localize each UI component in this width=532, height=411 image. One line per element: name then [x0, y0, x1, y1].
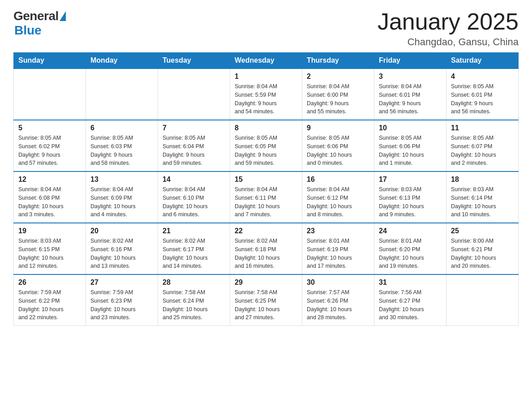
day-number: 23	[307, 227, 369, 235]
calendar-cell: 5Sunrise: 8:05 AM Sunset: 6:02 PM Daylig…	[14, 120, 86, 171]
calendar-cell: 15Sunrise: 8:04 AM Sunset: 6:11 PM Dayli…	[230, 171, 302, 223]
day-number: 15	[235, 176, 297, 184]
calendar-table: SundayMondayTuesdayWednesdayThursdayFrid…	[13, 52, 519, 326]
day-number: 10	[379, 124, 442, 132]
header-thursday: Thursday	[302, 53, 374, 69]
calendar-cell: 17Sunrise: 8:03 AM Sunset: 6:13 PM Dayli…	[374, 171, 446, 223]
day-number: 24	[379, 227, 442, 235]
day-info: Sunrise: 8:04 AM Sunset: 6:10 PM Dayligh…	[163, 185, 225, 219]
header-friday: Friday	[374, 53, 446, 69]
day-number: 19	[18, 227, 81, 235]
calendar-cell: 14Sunrise: 8:04 AM Sunset: 6:10 PM Dayli…	[158, 171, 230, 223]
day-info: Sunrise: 8:03 AM Sunset: 6:13 PM Dayligh…	[379, 185, 442, 219]
day-number: 12	[18, 176, 81, 184]
day-number: 8	[235, 124, 297, 132]
day-number: 3	[379, 73, 442, 81]
calendar-cell	[158, 68, 230, 120]
calendar-week-row: 5Sunrise: 8:05 AM Sunset: 6:02 PM Daylig…	[14, 120, 519, 171]
day-info: Sunrise: 8:04 AM Sunset: 6:01 PM Dayligh…	[379, 82, 442, 116]
header-sunday: Sunday	[14, 53, 86, 69]
calendar-cell: 27Sunrise: 7:59 AM Sunset: 6:23 PM Dayli…	[86, 274, 158, 326]
logo-triangle-icon	[60, 11, 66, 21]
calendar-cell: 10Sunrise: 8:05 AM Sunset: 6:06 PM Dayli…	[374, 120, 446, 171]
day-info: Sunrise: 8:05 AM Sunset: 6:04 PM Dayligh…	[163, 134, 225, 167]
calendar-cell	[86, 68, 158, 120]
calendar-cell: 13Sunrise: 8:04 AM Sunset: 6:09 PM Dayli…	[86, 171, 158, 223]
calendar-cell: 29Sunrise: 7:58 AM Sunset: 6:25 PM Dayli…	[230, 274, 302, 326]
calendar-cell: 18Sunrise: 8:03 AM Sunset: 6:14 PM Dayli…	[446, 171, 519, 223]
calendar-cell: 6Sunrise: 8:05 AM Sunset: 6:03 PM Daylig…	[86, 120, 158, 171]
day-info: Sunrise: 8:04 AM Sunset: 5:59 PM Dayligh…	[235, 82, 297, 116]
calendar-cell	[446, 274, 519, 326]
calendar-cell: 9Sunrise: 8:05 AM Sunset: 6:06 PM Daylig…	[302, 120, 374, 171]
day-info: Sunrise: 8:05 AM Sunset: 6:07 PM Dayligh…	[451, 134, 514, 167]
day-number: 25	[451, 227, 514, 235]
calendar-cell: 24Sunrise: 8:01 AM Sunset: 6:20 PM Dayli…	[374, 223, 446, 274]
day-info: Sunrise: 7:57 AM Sunset: 6:26 PM Dayligh…	[307, 288, 369, 322]
day-number: 30	[307, 278, 369, 287]
title-section: January 2025 Changdao, Gansu, China	[378, 9, 519, 48]
calendar-cell: 7Sunrise: 8:05 AM Sunset: 6:04 PM Daylig…	[158, 120, 230, 171]
calendar-cell: 22Sunrise: 8:02 AM Sunset: 6:18 PM Dayli…	[230, 223, 302, 274]
calendar-cell: 16Sunrise: 8:04 AM Sunset: 6:12 PM Dayli…	[302, 171, 374, 223]
calendar-week-row: 12Sunrise: 8:04 AM Sunset: 6:08 PM Dayli…	[14, 171, 519, 223]
day-info: Sunrise: 8:03 AM Sunset: 6:15 PM Dayligh…	[18, 237, 81, 270]
day-info: Sunrise: 7:58 AM Sunset: 6:24 PM Dayligh…	[163, 288, 225, 322]
day-number: 7	[163, 124, 225, 132]
day-info: Sunrise: 8:05 AM Sunset: 6:06 PM Dayligh…	[379, 134, 442, 167]
calendar-cell: 19Sunrise: 8:03 AM Sunset: 6:15 PM Dayli…	[14, 223, 86, 274]
calendar-week-row: 1Sunrise: 8:04 AM Sunset: 5:59 PM Daylig…	[14, 68, 519, 120]
day-number: 29	[235, 278, 297, 287]
day-info: Sunrise: 7:58 AM Sunset: 6:25 PM Dayligh…	[235, 288, 297, 322]
calendar-cell: 2Sunrise: 8:04 AM Sunset: 6:00 PM Daylig…	[302, 68, 374, 120]
day-info: Sunrise: 8:05 AM Sunset: 6:06 PM Dayligh…	[307, 134, 369, 167]
calendar-cell: 25Sunrise: 8:00 AM Sunset: 6:21 PM Dayli…	[446, 223, 519, 274]
calendar-cell: 1Sunrise: 8:04 AM Sunset: 5:59 PM Daylig…	[230, 68, 302, 120]
day-info: Sunrise: 8:04 AM Sunset: 6:00 PM Dayligh…	[307, 82, 369, 116]
logo-blue-text: Blue	[14, 23, 42, 38]
day-number: 27	[90, 278, 153, 287]
header-saturday: Saturday	[446, 53, 519, 69]
day-info: Sunrise: 8:00 AM Sunset: 6:21 PM Dayligh…	[451, 237, 514, 270]
calendar-subtitle: Changdao, Gansu, China	[378, 36, 519, 48]
day-info: Sunrise: 8:04 AM Sunset: 6:11 PM Dayligh…	[235, 185, 297, 219]
day-info: Sunrise: 8:04 AM Sunset: 6:09 PM Dayligh…	[90, 185, 153, 219]
day-number: 22	[235, 227, 297, 235]
day-number: 18	[451, 176, 514, 184]
day-info: Sunrise: 8:01 AM Sunset: 6:20 PM Dayligh…	[379, 237, 442, 270]
calendar-cell: 8Sunrise: 8:05 AM Sunset: 6:05 PM Daylig…	[230, 120, 302, 171]
day-number: 14	[163, 176, 225, 184]
calendar-cell: 31Sunrise: 7:56 AM Sunset: 6:27 PM Dayli…	[374, 274, 446, 326]
day-number: 26	[18, 278, 81, 287]
header-tuesday: Tuesday	[158, 53, 230, 69]
day-info: Sunrise: 8:01 AM Sunset: 6:19 PM Dayligh…	[307, 237, 369, 270]
day-number: 4	[451, 73, 514, 81]
day-info: Sunrise: 8:04 AM Sunset: 6:12 PM Dayligh…	[307, 185, 369, 219]
day-info: Sunrise: 7:59 AM Sunset: 6:22 PM Dayligh…	[18, 288, 81, 322]
calendar-cell: 11Sunrise: 8:05 AM Sunset: 6:07 PM Dayli…	[446, 120, 519, 171]
calendar-cell: 12Sunrise: 8:04 AM Sunset: 6:08 PM Dayli…	[14, 171, 86, 223]
day-number: 5	[18, 124, 81, 132]
calendar-cell: 28Sunrise: 7:58 AM Sunset: 6:24 PM Dayli…	[158, 274, 230, 326]
calendar-cell: 21Sunrise: 8:02 AM Sunset: 6:17 PM Dayli…	[158, 223, 230, 274]
logo-general-text: General	[13, 9, 59, 23]
calendar-header-row: SundayMondayTuesdayWednesdayThursdayFrid…	[14, 53, 519, 69]
calendar-cell: 3Sunrise: 8:04 AM Sunset: 6:01 PM Daylig…	[374, 68, 446, 120]
calendar-week-row: 19Sunrise: 8:03 AM Sunset: 6:15 PM Dayli…	[14, 223, 519, 274]
day-number: 6	[90, 124, 153, 132]
header-wednesday: Wednesday	[230, 53, 302, 69]
day-info: Sunrise: 8:05 AM Sunset: 6:05 PM Dayligh…	[235, 134, 297, 167]
day-info: Sunrise: 8:04 AM Sunset: 6:08 PM Dayligh…	[18, 185, 81, 219]
logo: General Blue	[13, 9, 66, 38]
day-info: Sunrise: 8:05 AM Sunset: 6:02 PM Dayligh…	[18, 134, 81, 167]
header: General Blue January 2025 Changdao, Gans…	[13, 9, 519, 48]
day-info: Sunrise: 8:02 AM Sunset: 6:18 PM Dayligh…	[235, 237, 297, 270]
day-info: Sunrise: 8:02 AM Sunset: 6:17 PM Dayligh…	[163, 237, 225, 270]
calendar-cell: 26Sunrise: 7:59 AM Sunset: 6:22 PM Dayli…	[14, 274, 86, 326]
header-monday: Monday	[86, 53, 158, 69]
calendar-cell: 30Sunrise: 7:57 AM Sunset: 6:26 PM Dayli…	[302, 274, 374, 326]
calendar-cell	[14, 68, 86, 120]
calendar-title: January 2025	[378, 9, 519, 34]
calendar-cell: 23Sunrise: 8:01 AM Sunset: 6:19 PM Dayli…	[302, 223, 374, 274]
day-number: 17	[379, 176, 442, 184]
